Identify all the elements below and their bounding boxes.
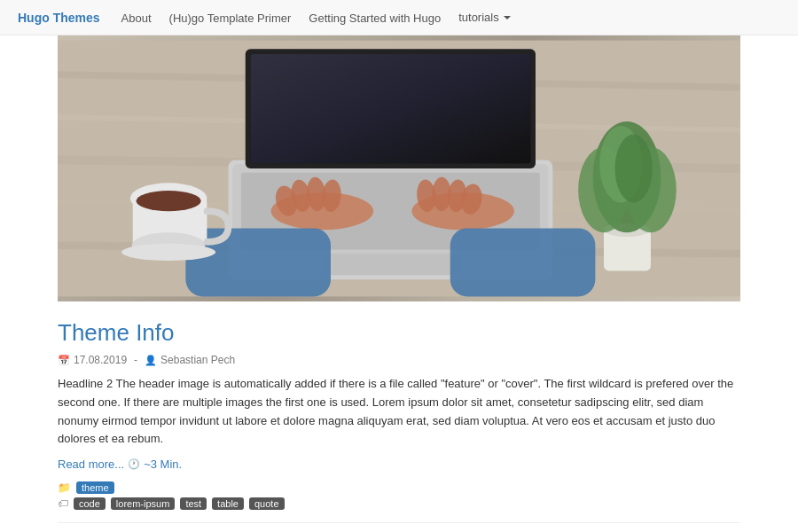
category-tag-theme[interactable]: theme (76, 481, 114, 494)
chevron-down-icon (504, 16, 511, 20)
hero-image (58, 35, 740, 301)
meta-author: 👤 Sebastian Pech (145, 354, 235, 366)
tag-table[interactable]: table (212, 497, 244, 510)
person-icon: 👤 (145, 355, 157, 366)
tag-quote[interactable]: quote (249, 497, 285, 510)
svg-rect-12 (251, 54, 531, 163)
page-wrapper: Theme Info 📅 17.08.2019 - 👤 Sebastian Pe… (0, 35, 798, 532)
tag-test[interactable]: test (180, 497, 207, 510)
navbar: Hugo Themes About (Hu)go Template Primer… (0, 0, 798, 35)
tag-lorem-ipsum[interactable]: lorem-ipsum (111, 497, 176, 510)
tag-code[interactable]: code (74, 497, 106, 510)
article-theme-info: Theme Info 📅 17.08.2019 - 👤 Sebastian Pe… (58, 301, 740, 523)
categories-row: 📁 theme (58, 481, 740, 494)
nav-item-tutorials: tutorials (451, 7, 518, 27)
article-meta: 📅 17.08.2019 - 👤 Sebastian Pech (58, 354, 740, 366)
calendar-icon: 📅 (58, 355, 70, 366)
hero-svg (58, 35, 740, 301)
svg-rect-9 (322, 254, 458, 275)
nav-item-primer: (Hu)go Template Primer (162, 11, 299, 25)
svg-rect-24 (450, 228, 596, 296)
navbar-brand[interactable]: Hugo Themes (18, 11, 100, 25)
folder-icon: 📁 (58, 481, 71, 494)
navbar-nav: About (Hu)go Template Primer Getting Sta… (114, 7, 518, 27)
svg-point-36 (615, 135, 653, 203)
meta-date: 📅 17.08.2019 (58, 354, 127, 366)
article-title[interactable]: Theme Info (58, 319, 740, 347)
tags-row: 🏷 code lorem-ipsum test table quote (58, 497, 740, 510)
read-more-link[interactable]: Read more... 🕐 ~3 Min. (58, 458, 740, 471)
nav-dropdown-tutorials[interactable]: tutorials (451, 7, 518, 27)
nav-link-primer[interactable]: (Hu)go Template Primer (162, 8, 299, 28)
main-container: Theme Info 📅 17.08.2019 - 👤 Sebastian Pe… (44, 35, 754, 532)
clock-icon: 🕐 (128, 458, 140, 470)
tag-icon: 🏷 (58, 497, 68, 510)
svg-point-29 (121, 244, 215, 261)
nav-item-about: About (114, 11, 159, 25)
nav-item-getting-started: Getting Started with Hugo (301, 11, 448, 25)
content-area: Theme Info 📅 17.08.2019 - 👤 Sebastian Pe… (58, 35, 740, 532)
article-body: Headline 2 The header image is automatic… (58, 375, 740, 449)
nav-link-about[interactable]: About (114, 8, 159, 28)
nav-link-getting-started[interactable]: Getting Started with Hugo (301, 8, 448, 28)
svg-point-28 (137, 191, 201, 211)
